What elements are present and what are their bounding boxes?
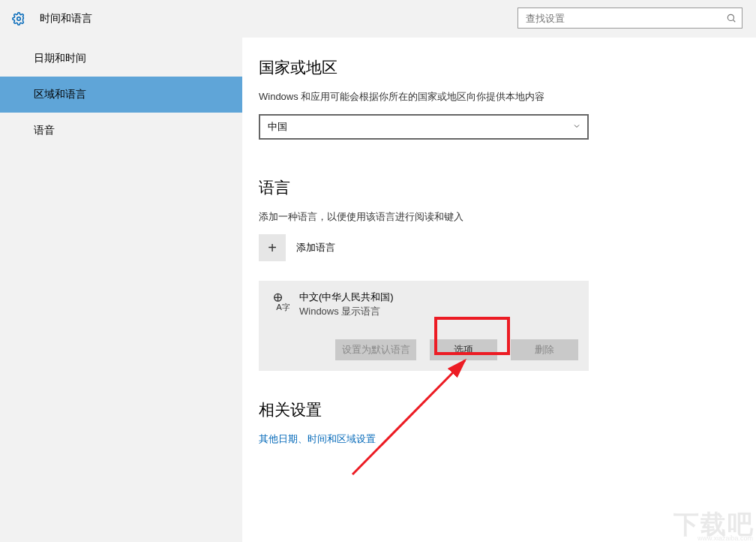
language-icon: A字 (269, 290, 290, 314)
search-icon (721, 13, 742, 23)
language-card[interactable]: A字 中文(中华人民共和国) Windows 显示语言 设置为默认语言 选项 删… (259, 281, 589, 371)
options-button[interactable]: 选项 (430, 339, 497, 360)
sidebar-item-speech[interactable]: 语音 (0, 113, 242, 149)
gear-icon (11, 11, 26, 26)
related-link[interactable]: 其他日期、时间和区域设置 (259, 432, 756, 446)
svg-line-2 (733, 20, 735, 22)
set-default-button: 设置为默认语言 (335, 339, 416, 360)
remove-button: 删除 (511, 339, 578, 360)
chevron-down-icon (572, 122, 581, 133)
svg-point-0 (17, 17, 21, 21)
plus-icon[interactable]: + (259, 234, 286, 261)
sidebar: 日期和时间 区域和语言 语音 (0, 38, 242, 542)
page-title: 时间和语言 (40, 12, 92, 26)
add-language-row[interactable]: + 添加语言 (259, 234, 756, 261)
search-input[interactable] (518, 13, 721, 24)
header: 时间和语言 (0, 0, 756, 38)
add-language-label: 添加语言 (296, 241, 335, 254)
languages-description: 添加一种语言，以便使用该语言进行阅读和键入 (259, 210, 756, 224)
sidebar-item-region-language[interactable]: 区域和语言 (0, 77, 242, 113)
languages-heading: 语言 (259, 177, 756, 198)
svg-point-1 (728, 14, 734, 20)
sidebar-item-datetime[interactable]: 日期和时间 (0, 41, 242, 77)
search-box[interactable] (518, 8, 742, 29)
region-heading: 国家或地区 (259, 57, 756, 78)
svg-text:A字: A字 (276, 303, 290, 312)
related-heading: 相关设置 (259, 399, 756, 420)
region-dropdown[interactable]: 中国 (259, 114, 589, 140)
region-description: Windows 和应用可能会根据你所在的国家或地区向你提供本地内容 (259, 90, 756, 104)
language-desc: Windows 显示语言 (299, 305, 394, 318)
watermark-url: www.xiazaiba.com (698, 534, 753, 542)
language-name: 中文(中华人民共和国) (299, 290, 394, 305)
content: 国家或地区 Windows 和应用可能会根据你所在的国家或地区向你提供本地内容 … (242, 38, 756, 542)
region-selected: 中国 (268, 120, 287, 134)
